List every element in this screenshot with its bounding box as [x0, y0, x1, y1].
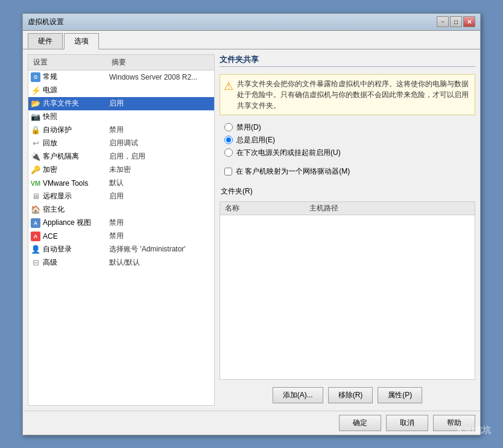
autologin-summary: 选择账号 'Administrator'	[109, 244, 212, 254]
row-hosting[interactable]: 🏠 宿主化	[28, 203, 214, 216]
row-replay[interactable]: ↩ 回放 启用调试	[28, 137, 214, 150]
folders-col-path-header: 主机路径	[309, 203, 470, 213]
window-title: 虚拟机设置	[28, 17, 64, 27]
tab-options[interactable]: 选项	[64, 33, 99, 49]
row-vmtools[interactable]: VM VMware Tools 默认	[28, 177, 214, 190]
advanced-label: 高级	[43, 257, 109, 268]
hosting-icon: 🏠	[31, 205, 40, 215]
row-autologin[interactable]: 👤 自动登录 选择账号 'Administrator'	[28, 243, 214, 256]
maximize-button[interactable]: □	[450, 16, 462, 27]
main-window: 虚拟机设置 － □ ✕ 硬件 选项 设置 摘要 ⚙ 常规 Windows Ser…	[22, 13, 481, 435]
row-shared-folder[interactable]: 📂 共享文件夹 启用	[28, 97, 214, 110]
isolation-summary: 启用，启用	[109, 151, 212, 162]
remote-label: 远程显示	[43, 191, 109, 201]
ace-icon: A	[31, 232, 40, 241]
power-label: 电源	[43, 85, 109, 95]
settings-list: 设置 摘要 ⚙ 常规 Windows Server 2008 R2... ⚡ 电…	[28, 54, 215, 406]
ace-summary: 禁用	[109, 231, 212, 241]
folders-label-text: 文件夹(R)	[220, 186, 475, 197]
snapshot-label: 快照	[43, 112, 109, 122]
section-title: 文件夹共享	[220, 54, 475, 67]
general-summary: Windows Server 2008 R2...	[109, 73, 212, 81]
power-icon: ⚡	[31, 86, 40, 95]
hosting-label: 宿主化	[43, 204, 109, 215]
advanced-summary: 默认/默认	[109, 257, 212, 268]
autologin-icon: 👤	[31, 245, 40, 254]
snapshot-icon: 📷	[31, 112, 40, 122]
minimize-button[interactable]: －	[437, 16, 449, 27]
title-bar-buttons: － □ ✕	[437, 16, 475, 27]
encrypt-icon: 🔑	[31, 165, 40, 175]
radio-until-power-input[interactable]	[224, 148, 233, 157]
warning-text: 共享文件夹会把你的文件暴露给虚拟机中的程序。这将使你的电脑与数据处于危险中。只有…	[237, 78, 471, 111]
vmtools-icon: VM	[31, 178, 40, 188]
add-button[interactable]: 添加(A)...	[273, 387, 323, 403]
autologin-label: 自动登录	[43, 244, 109, 254]
col-summary-header: 摘要	[107, 56, 214, 69]
encrypt-summary: 未加密	[109, 165, 212, 175]
checkbox-network-drive-input[interactable]	[224, 168, 232, 175]
checkbox-network-drive-label: 在 客户机映射为一个网络驱动器(M)	[236, 166, 350, 177]
warning-box: ⚠ 共享文件夹会把你的文件暴露给虚拟机中的程序。这将使你的电脑与数据处于危险中。…	[220, 74, 475, 115]
ace-label: ACE	[43, 232, 109, 241]
shared-folder-label: 共享文件夹	[43, 98, 109, 109]
radio-group: 禁用(D) 总是启用(E) 在下次电源关闭或挂起前启用(U)	[220, 120, 475, 160]
radio-disabled-label: 禁用(D)	[236, 122, 261, 133]
replay-label: 回放	[43, 138, 109, 148]
remote-summary: 启用	[109, 191, 212, 201]
list-header: 设置 摘要	[28, 55, 214, 71]
right-panel: 文件夹共享 ⚠ 共享文件夹会把你的文件暴露给虚拟机中的程序。这将使你的电脑与数据…	[220, 54, 475, 406]
folders-col-name-header: 名称	[225, 203, 309, 213]
title-bar: 虚拟机设置 － □ ✕	[23, 14, 480, 31]
radio-until-power[interactable]: 在下次电源关闭或挂起前启用(U)	[224, 148, 470, 158]
appliance-icon: A	[31, 218, 40, 228]
radio-always-input[interactable]	[224, 136, 233, 144]
appliance-summary: 禁用	[109, 218, 212, 228]
row-appliance[interactable]: A Appliance 视图 禁用	[28, 216, 214, 230]
shared-folder-icon: 📂	[31, 99, 40, 109]
autoprotect-icon: 🔒	[31, 125, 40, 135]
ok-button[interactable]: 确定	[339, 415, 381, 431]
checkbox-network-drive[interactable]: 在 客户机映射为一个网络驱动器(M)	[220, 165, 475, 178]
isolation-icon: 🔌	[31, 152, 40, 162]
autoprotect-summary: 禁用	[109, 125, 212, 135]
row-ace[interactable]: A ACE 禁用	[28, 230, 214, 243]
cancel-button[interactable]: 取消	[386, 415, 428, 431]
radio-until-power-label: 在下次电源关闭或挂起前启用(U)	[236, 148, 341, 158]
folders-table-header: 名称 主机路径	[220, 202, 475, 215]
encrypt-label: 加密	[43, 165, 109, 175]
general-icon: ⚙	[31, 72, 40, 82]
isolation-label: 客户机隔离	[43, 151, 109, 162]
tab-hardware[interactable]: 硬件	[28, 33, 63, 49]
remote-icon: 🖥	[31, 192, 40, 201]
remove-button[interactable]: 移除(R)	[328, 387, 373, 403]
shared-folder-summary: 启用	[109, 98, 212, 109]
advanced-icon: ⊟	[31, 258, 40, 268]
content-area: 设置 摘要 ⚙ 常规 Windows Server 2008 R2... ⚡ 电…	[23, 49, 480, 411]
tab-bar: 硬件 选项	[23, 31, 480, 49]
row-remote[interactable]: 🖥 远程显示 启用	[28, 190, 214, 203]
row-power[interactable]: ⚡ 电源	[28, 84, 214, 97]
radio-disabled[interactable]: 禁用(D)	[224, 122, 470, 133]
row-snapshot[interactable]: 📷 快照	[28, 110, 214, 124]
folders-section: 名称 主机路径	[220, 201, 475, 380]
general-label: 常规	[43, 72, 109, 82]
vmtools-label: VMware Tools	[43, 179, 109, 188]
row-general[interactable]: ⚙ 常规 Windows Server 2008 R2...	[28, 71, 214, 84]
folder-action-buttons: 添加(A)... 移除(R) 属性(P)	[220, 385, 475, 406]
row-autoprotect[interactable]: 🔒 自动保护 禁用	[28, 124, 214, 137]
folders-table-body	[220, 215, 475, 379]
properties-button[interactable]: 属性(P)	[378, 387, 422, 403]
col-settings-header: 设置	[28, 56, 107, 69]
warning-icon: ⚠	[224, 78, 233, 111]
row-isolation[interactable]: 🔌 客户机隔离 启用，启用	[28, 150, 214, 163]
radio-always[interactable]: 总是启用(E)	[224, 135, 470, 145]
radio-always-label: 总是启用(E)	[236, 135, 275, 145]
appliance-label: Appliance 视图	[43, 218, 109, 228]
close-button[interactable]: ✕	[463, 16, 475, 27]
replay-summary: 启用调试	[109, 138, 212, 148]
dialog-bottom: 确定 取消 帮助	[23, 411, 480, 435]
row-advanced[interactable]: ⊟ 高级 默认/默认	[28, 256, 214, 270]
row-encrypt[interactable]: 🔑 加密 未加密	[28, 163, 214, 177]
radio-disabled-input[interactable]	[224, 123, 233, 131]
